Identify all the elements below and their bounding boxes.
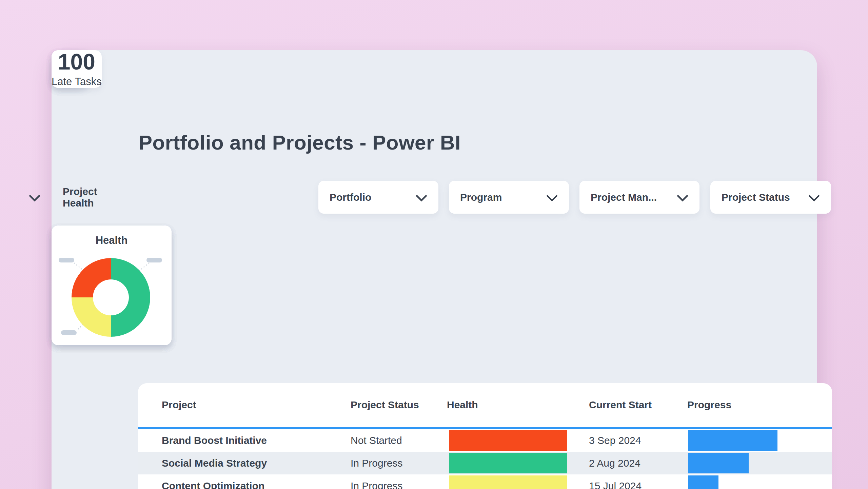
column-header-health: Health — [447, 399, 478, 411]
project-name: Content Optimization — [162, 474, 264, 489]
filter-label: Project Man... — [591, 192, 657, 203]
chevron-down-icon — [677, 190, 688, 201]
table-body: Brand Boost Initiative Not Started 3 Sep… — [138, 429, 832, 489]
filter-label: Project Health — [63, 186, 97, 209]
filter-project-status[interactable]: Project Status — [710, 181, 831, 214]
progress-bar — [688, 475, 718, 489]
project-name: Social Media Strategy — [162, 452, 267, 474]
filter-program[interactable]: Program — [449, 181, 569, 214]
donut-hole — [93, 279, 129, 315]
chevron-down-icon — [416, 190, 427, 201]
filter-label: Program — [460, 192, 502, 203]
project-status: In Progress — [351, 474, 402, 489]
project-name: Brand Boost Initiative — [162, 429, 267, 452]
progress-bar — [688, 430, 777, 451]
health-bar — [449, 430, 567, 451]
projects-table: Project Project Status Health Current St… — [138, 383, 832, 489]
column-header-current-start: Current Start — [589, 399, 652, 411]
project-status: Not Started — [351, 429, 402, 452]
chevron-down-icon — [808, 190, 820, 201]
table-row[interactable]: Content Optimization In Progress 15 Jul … — [138, 474, 832, 489]
column-header-project-status: Project Status — [351, 399, 419, 411]
chevron-down-icon — [546, 190, 558, 201]
current-start-date: 15 Jul 2024 — [589, 474, 642, 489]
desktop-background: Portfolio and Projects - Power BI Portfo… — [0, 0, 868, 489]
current-start-date: 2 Aug 2024 — [589, 452, 640, 474]
table-row[interactable]: Brand Boost Initiative Not Started 3 Sep… — [138, 429, 832, 452]
current-start-date: 3 Sep 2024 — [589, 429, 641, 452]
column-header-progress: Progress — [687, 399, 731, 411]
filter-portfolio[interactable]: Portfolio — [318, 181, 438, 214]
filter-project-manager[interactable]: Project Man... — [579, 181, 699, 214]
kpi-value: 100 — [58, 50, 95, 74]
chart-card-health: Health — [52, 226, 172, 345]
filter-label: Portfolio — [330, 192, 371, 203]
kpi-label: Late Tasks — [52, 76, 102, 88]
health-bar — [449, 475, 567, 489]
dashboard-card: Portfolio and Projects - Power BI Portfo… — [52, 50, 817, 489]
health-bar — [449, 453, 567, 473]
kpi-card-late-tasks: 100 Late Tasks — [52, 50, 102, 88]
donut-chart-health[interactable] — [72, 258, 150, 337]
project-status: In Progress — [351, 452, 402, 474]
progress-bar — [688, 453, 749, 473]
filter-label: Project Status — [722, 192, 790, 203]
page-title: Portfolio and Projects - Power BI — [139, 131, 461, 154]
table-row[interactable]: Social Media Strategy In Progress 2 Aug … — [138, 452, 832, 474]
chevron-down-icon — [29, 190, 40, 201]
column-header-project: Project — [162, 399, 196, 411]
